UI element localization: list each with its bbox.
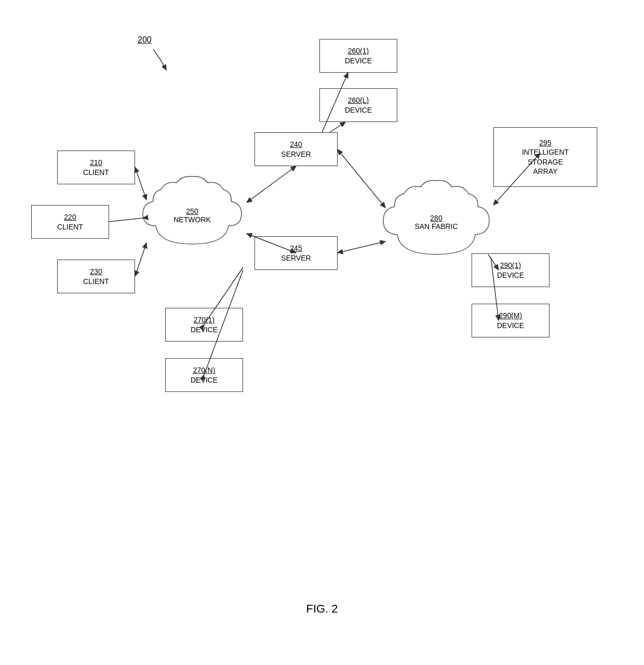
node-id-260-L: 260(L) <box>348 96 369 105</box>
node-device-290-M: 290(M) DEVICE <box>472 304 549 337</box>
node-id-280: 280 <box>430 214 442 222</box>
node-id-270-N: 270(N) <box>193 365 216 375</box>
node-label-280: SAN FABRIC <box>414 222 458 230</box>
node-label-290-M: DEVICE <box>497 321 524 330</box>
node-id-295: 295 <box>539 138 551 147</box>
node-id-290-M: 290(M) <box>499 311 522 320</box>
node-label-260-1: DEVICE <box>345 56 372 65</box>
node-label-220: CLIENT <box>57 222 83 232</box>
node-label-270-1: DEVICE <box>191 325 218 334</box>
node-label-245: SERVER <box>281 253 311 263</box>
node-id-260-1: 260(1) <box>348 46 369 56</box>
node-server-245: 245 SERVER <box>254 236 338 270</box>
node-device-270-1: 270(1) DEVICE <box>165 308 243 342</box>
node-label-250: NETWORK <box>173 215 211 224</box>
node-device-260-L: 260(L) DEVICE <box>319 88 397 122</box>
node-label-240: SERVER <box>281 150 311 159</box>
node-client-220: 220 CLIENT <box>31 205 109 239</box>
node-client-230: 230 CLIENT <box>57 260 135 293</box>
node-label-210: CLIENT <box>83 168 109 177</box>
cloud-text-280: 280 SAN FABRIC <box>379 200 493 244</box>
node-id-290-1: 290(1) <box>500 261 521 270</box>
node-id-230: 230 <box>90 267 102 276</box>
node-id-240: 240 <box>290 140 302 149</box>
node-label-260-L: DEVICE <box>345 105 372 115</box>
diagram-container: 200 210 CLIENT 220 CLIENT 230 CLIENT 240… <box>0 0 644 665</box>
node-label-270-N: DEVICE <box>191 375 218 385</box>
node-id-210: 210 <box>90 158 102 167</box>
cloud-text-250: 250 NETWORK <box>138 195 247 236</box>
svg-line-10 <box>338 241 385 253</box>
cloud-san-280: 280 SAN FABRIC <box>379 177 493 262</box>
node-label-295: INTELLIGENTSTORAGEARRAY <box>522 147 569 176</box>
node-id-245: 245 <box>290 243 302 253</box>
cloud-network-250: 250 NETWORK <box>138 171 247 252</box>
svg-line-9 <box>338 150 385 208</box>
node-id-270-1: 270(1) <box>194 315 214 324</box>
node-device-260-1: 260(1) DEVICE <box>319 39 397 73</box>
node-server-240: 240 SERVER <box>254 132 338 166</box>
fig-label: FIG. 2 <box>275 602 369 616</box>
node-id-250: 250 <box>186 207 198 215</box>
svg-line-8 <box>330 122 345 132</box>
node-isa-295: 295 INTELLIGENTSTORAGEARRAY <box>493 127 597 187</box>
node-device-270-N: 270(N) DEVICE <box>165 358 243 392</box>
node-label-230: CLIENT <box>83 277 109 286</box>
svg-line-5 <box>247 166 296 202</box>
ref-label-200: 200 <box>138 35 152 45</box>
node-client-210: 210 CLIENT <box>57 151 135 184</box>
node-label-290-1: DEVICE <box>497 270 524 280</box>
node-id-220: 220 <box>64 212 76 222</box>
